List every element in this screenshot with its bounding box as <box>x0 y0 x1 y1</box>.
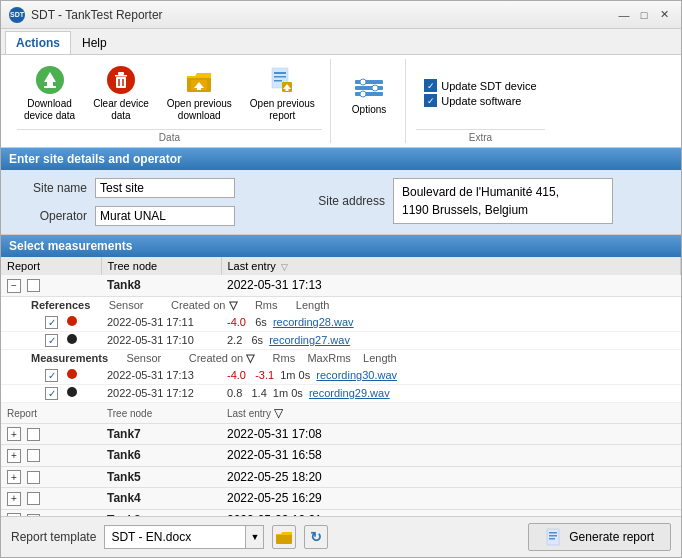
site-details-form: Site name Operator Site address Boule <box>1 170 681 235</box>
meas2-file-link[interactable]: recording29.wav <box>309 387 390 399</box>
tab-help[interactable]: Help <box>71 31 118 54</box>
operator-input[interactable] <box>95 206 235 226</box>
svg-rect-20 <box>286 89 289 91</box>
meas1-date-cell: 2022-05-31 17:13 <box>101 367 221 385</box>
operator-label: Operator <box>17 209 87 223</box>
table-header-row: Report Tree node Last entry ▽ <box>1 257 681 275</box>
generate-doc-icon <box>545 528 563 546</box>
svg-rect-27 <box>276 534 292 544</box>
svg-rect-30 <box>549 535 557 537</box>
svg-rect-13 <box>197 88 201 90</box>
col-report[interactable]: Report <box>1 257 101 275</box>
generate-report-button[interactable]: Generate report <box>528 523 671 551</box>
tank8-checkbox[interactable] <box>27 279 40 292</box>
tank5-row: + Tank5 2022-05-25 18:20 <box>1 466 681 488</box>
measurement-row-2: 2022-05-31 17:12 0.8 1.4 1m 0s recording… <box>1 384 681 402</box>
svg-rect-17 <box>274 80 282 82</box>
refresh-icon: ↻ <box>310 529 322 545</box>
site-name-row: Site name <box>17 178 235 198</box>
tank4-report-cell: + <box>1 488 101 510</box>
update-software-checkbox[interactable]: ✓ <box>424 94 437 107</box>
report-template-label: Report template <box>11 530 96 544</box>
main-content: Enter site details and operator Site nam… <box>1 148 681 557</box>
reference-row-2: 2022-05-31 17:10 2.2 6s recording27.wav <box>1 331 681 349</box>
meas1-file-link[interactable]: recording30.wav <box>316 369 397 381</box>
tank6-expand-btn[interactable]: + <box>7 449 21 463</box>
template-select[interactable]: SDT - EN.docx ▼ <box>104 525 264 549</box>
ref1-sensor-red-icon <box>67 316 77 326</box>
download-button[interactable]: Download device data <box>17 59 82 127</box>
options-button[interactable]: Options <box>341 67 397 120</box>
template-dropdown-arrow[interactable]: ▼ <box>245 526 263 548</box>
svg-rect-23 <box>355 92 383 96</box>
site-right-form: Site address Boulevard de l'Humanité 415… <box>315 178 613 224</box>
tank8-collapse-btn[interactable]: − <box>7 279 21 293</box>
address-row: Site address Boulevard de l'Humanité 415… <box>315 178 613 224</box>
options-icon <box>353 72 385 104</box>
update-sdt-device-item[interactable]: ✓ Update SDT device <box>424 79 536 92</box>
extra-group-label: Extra <box>416 129 544 143</box>
svg-rect-3 <box>44 86 56 88</box>
tank7-checkbox[interactable] <box>27 428 40 441</box>
meas1-checkbox[interactable] <box>45 369 58 382</box>
tank4-expand-btn[interactable]: + <box>7 492 21 506</box>
open-folder-icon <box>183 64 215 96</box>
ref2-file-link[interactable]: recording27.wav <box>269 334 350 346</box>
tank7-expand-btn[interactable]: + <box>7 427 21 441</box>
title-bar-controls: — □ ✕ <box>615 7 673 23</box>
tank5-checkbox[interactable] <box>27 471 40 484</box>
bottom-bar: Report template SDT - EN.docx ▼ ↻ <box>1 516 681 557</box>
clear-icon <box>105 64 137 96</box>
template-refresh-button[interactable]: ↻ <box>304 525 328 549</box>
measurements-table-container[interactable]: Report Tree node Last entry ▽ <box>1 257 681 516</box>
tank4-checkbox[interactable] <box>27 492 40 505</box>
svg-rect-31 <box>549 538 555 540</box>
tank8-name-cell: Tank8 <box>101 275 221 296</box>
ref1-checkbox[interactable] <box>45 316 58 329</box>
ref2-details-cell: 2.2 6s recording27.wav <box>221 331 681 349</box>
tank3-report-cell: + <box>1 509 101 516</box>
clear-device-data-button[interactable]: Clear device data <box>86 59 156 127</box>
ribbon-tabs: Actions Help <box>1 29 681 54</box>
close-button[interactable]: ✕ <box>655 7 673 23</box>
extra-checkboxes: ✓ Update SDT device ✓ Update software <box>416 79 544 107</box>
operator-row: Operator <box>17 206 235 226</box>
ref2-checkbox[interactable] <box>45 334 58 347</box>
tank5-date-cell: 2022-05-25 18:20 <box>221 466 681 488</box>
minimize-button[interactable]: — <box>615 7 633 23</box>
meas2-details-cell: 0.8 1.4 1m 0s recording29.wav <box>221 384 681 402</box>
folder-icon <box>276 530 292 544</box>
tank6-checkbox[interactable] <box>27 449 40 462</box>
svg-point-26 <box>360 91 366 97</box>
maximize-button[interactable]: □ <box>635 7 653 23</box>
app-logo: SDT <box>9 7 25 23</box>
svg-rect-6 <box>115 75 127 77</box>
meas1-details-cell: -4.0 -3.1 1m 0s recording30.wav <box>221 367 681 385</box>
measurement-row-1: 2022-05-31 17:13 -4.0 -3.1 1m 0s recordi… <box>1 367 681 385</box>
ref2-report-cell <box>1 331 101 349</box>
ref2-date-cell: 2022-05-31 17:10 <box>101 331 221 349</box>
template-folder-button[interactable] <box>272 525 296 549</box>
ref1-file-link[interactable]: recording28.wav <box>273 316 354 328</box>
generate-report-label: Generate report <box>569 530 654 544</box>
open-previous-download-button[interactable]: Open previous download <box>160 59 239 127</box>
meas2-checkbox[interactable] <box>45 387 58 400</box>
site-name-label: Site name <box>17 181 87 195</box>
tank5-expand-btn[interactable]: + <box>7 470 21 484</box>
svg-rect-7 <box>116 77 126 88</box>
measurements-section: Select measurements Report Tree node <box>1 235 681 516</box>
title-bar-left: SDT SDT - TankTest Reporter <box>9 7 163 23</box>
col-tree-node[interactable]: Tree node <box>101 257 221 275</box>
measurements-table: Report Tree node Last entry ▽ <box>1 257 681 516</box>
col-last-entry[interactable]: Last entry ▽ <box>221 257 681 275</box>
meas2-date-cell: 2022-05-31 17:12 <box>101 384 221 402</box>
tank7-name-cell: Tank7 <box>101 423 221 445</box>
tank4-row: + Tank4 2022-05-25 16:29 <box>1 488 681 510</box>
tab-actions[interactable]: Actions <box>5 31 71 54</box>
table-body: − Tank8 2022-05-31 17:13 Report Ref <box>1 275 681 516</box>
open-previous-report-button[interactable]: Open previous report <box>243 59 322 127</box>
update-sdt-checkbox[interactable]: ✓ <box>424 79 437 92</box>
site-name-input[interactable] <box>95 178 235 198</box>
update-software-item[interactable]: ✓ Update software <box>424 94 536 107</box>
ctanks-date-header: Last entry ▽ <box>221 402 681 423</box>
